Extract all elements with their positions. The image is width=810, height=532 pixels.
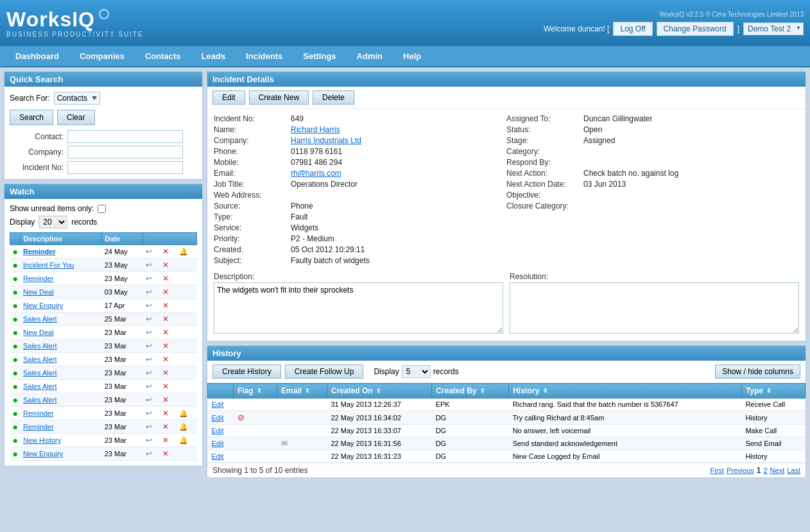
watch-bell[interactable]: 🔔 xyxy=(177,407,197,420)
show-hide-columns-button[interactable]: Show / hide columns xyxy=(715,365,800,379)
watch-x[interactable]: ✕ xyxy=(160,447,177,461)
watch-description[interactable]: Sales Alert xyxy=(21,339,102,353)
contact-input[interactable] xyxy=(67,130,183,143)
pagination-page2[interactable]: 2 xyxy=(763,467,767,474)
email-value[interactable]: rh@harris.com xyxy=(291,169,506,178)
watch-x[interactable]: ✕ xyxy=(160,313,177,326)
pagination-first[interactable]: First xyxy=(711,467,724,474)
watch-undo[interactable]: ↩ xyxy=(143,420,160,434)
show-unread-checkbox[interactable] xyxy=(98,205,106,213)
watch-x[interactable]: ✕ xyxy=(160,380,177,393)
watch-x[interactable]: ✕ xyxy=(160,245,177,259)
create-new-button[interactable]: Create New xyxy=(249,90,309,105)
watch-undo[interactable]: ↩ xyxy=(143,272,160,286)
delete-button[interactable]: Delete xyxy=(313,90,354,105)
watch-description[interactable]: Reminder xyxy=(21,420,102,434)
watch-bell[interactable] xyxy=(177,272,197,286)
incident-no-input[interactable] xyxy=(67,161,183,174)
nav-settings[interactable]: Settings xyxy=(293,46,346,66)
history-edit[interactable]: Edit xyxy=(208,399,234,411)
watch-undo[interactable]: ↩ xyxy=(143,366,160,380)
watch-display-select[interactable]: 20 xyxy=(39,216,67,228)
watch-bell[interactable]: 🔔 xyxy=(177,420,197,434)
search-for-select[interactable]: Contacts xyxy=(54,92,100,105)
watch-description[interactable]: Reminder xyxy=(21,407,102,420)
watch-bell[interactable] xyxy=(177,339,197,353)
nav-dashboard[interactable]: Dashboard xyxy=(5,46,69,66)
watch-x[interactable]: ✕ xyxy=(160,407,177,420)
watch-x[interactable]: ✕ xyxy=(160,326,177,339)
watch-description[interactable]: Reminder xyxy=(21,272,102,286)
nav-contacts[interactable]: Contacts xyxy=(135,46,191,66)
history-th-created-by[interactable]: Created By⇕ xyxy=(432,384,509,399)
watch-undo[interactable]: ↩ xyxy=(143,259,160,272)
history-th-history[interactable]: History⇕ xyxy=(509,384,742,399)
clear-button[interactable]: Clear xyxy=(57,110,95,125)
company-value[interactable]: Harris Industrials Ltd xyxy=(291,136,506,145)
watch-bell[interactable] xyxy=(177,313,197,326)
watch-x[interactable]: ✕ xyxy=(160,353,177,366)
watch-description[interactable]: Reminder xyxy=(21,245,102,259)
change-password-button[interactable]: Change Password xyxy=(657,22,734,36)
nav-leads[interactable]: Leads xyxy=(191,46,236,66)
watch-description[interactable]: Sales Alert xyxy=(21,366,102,380)
watch-x[interactable]: ✕ xyxy=(160,286,177,299)
watch-bell[interactable] xyxy=(177,353,197,366)
pagination-last[interactable]: Last xyxy=(787,467,800,474)
history-th-created-on[interactable]: Created On⇕ xyxy=(327,384,431,399)
watch-bell[interactable] xyxy=(177,326,197,339)
history-edit[interactable]: Edit xyxy=(208,437,234,450)
watch-x[interactable]: ✕ xyxy=(160,259,177,272)
watch-bell[interactable] xyxy=(177,299,197,313)
watch-bell[interactable]: 🔔 xyxy=(177,245,197,259)
watch-undo[interactable]: ↩ xyxy=(143,326,160,339)
create-followup-button[interactable]: Create Follow Up xyxy=(285,365,364,379)
watch-description[interactable]: Sales Alert xyxy=(21,353,102,366)
watch-description[interactable]: Sales Alert xyxy=(21,393,102,407)
watch-undo[interactable]: ↩ xyxy=(143,380,160,393)
watch-description[interactable]: New Enquiry xyxy=(21,299,102,313)
watch-description[interactable]: New History xyxy=(21,434,102,447)
nav-companies[interactable]: Companies xyxy=(69,46,135,66)
watch-bell[interactable] xyxy=(177,286,197,299)
name-value[interactable]: Richard Harris xyxy=(291,125,506,134)
watch-bell[interactable] xyxy=(177,393,197,407)
pagination-page1[interactable]: 1 xyxy=(757,466,761,475)
company-input[interactable] xyxy=(67,146,183,159)
watch-undo[interactable]: ↩ xyxy=(143,447,160,461)
description-textarea[interactable]: The widgets won't fit into their sprocke… xyxy=(214,282,503,334)
watch-description[interactable]: Sales Alert xyxy=(21,380,102,393)
nav-incidents[interactable]: Incidents xyxy=(236,46,293,66)
history-edit[interactable]: Edit xyxy=(208,450,234,463)
resolution-textarea[interactable] xyxy=(510,282,799,334)
watch-bell[interactable] xyxy=(177,259,197,272)
nav-admin[interactable]: Admin xyxy=(347,46,393,66)
history-th-flag[interactable]: Flag⇕ xyxy=(234,384,277,399)
watch-x[interactable]: ✕ xyxy=(160,434,177,447)
watch-x[interactable]: ✕ xyxy=(160,272,177,286)
watch-x[interactable]: ✕ xyxy=(160,339,177,353)
watch-undo[interactable]: ↩ xyxy=(143,339,160,353)
watch-bell[interactable] xyxy=(177,366,197,380)
pagination-next[interactable]: Next xyxy=(770,467,785,474)
watch-description[interactable]: New Deal xyxy=(21,286,102,299)
watch-bell[interactable]: 🔔 xyxy=(177,434,197,447)
watch-undo[interactable]: ↩ xyxy=(143,299,160,313)
edit-button[interactable]: Edit xyxy=(212,90,245,105)
history-display-select[interactable]: 5 xyxy=(402,365,431,378)
history-edit[interactable]: Edit xyxy=(208,425,234,437)
watch-undo[interactable]: ↩ xyxy=(143,393,160,407)
watch-x[interactable]: ✕ xyxy=(160,366,177,380)
watch-bell[interactable] xyxy=(177,380,197,393)
watch-description[interactable]: Sales Alert xyxy=(21,313,102,326)
watch-bell[interactable] xyxy=(177,447,197,461)
watch-undo[interactable]: ↩ xyxy=(143,245,160,259)
create-history-button[interactable]: Create History xyxy=(212,365,281,379)
log-off-button[interactable]: Log Off xyxy=(613,22,652,36)
search-button[interactable]: Search xyxy=(10,110,53,125)
watch-x[interactable]: ✕ xyxy=(160,393,177,407)
watch-description[interactable]: New Deal xyxy=(21,326,102,339)
history-th-email[interactable]: Email⇕ xyxy=(277,384,327,399)
history-th-type[interactable]: Type⇕ xyxy=(741,384,805,399)
nav-help[interactable]: Help xyxy=(393,46,431,66)
